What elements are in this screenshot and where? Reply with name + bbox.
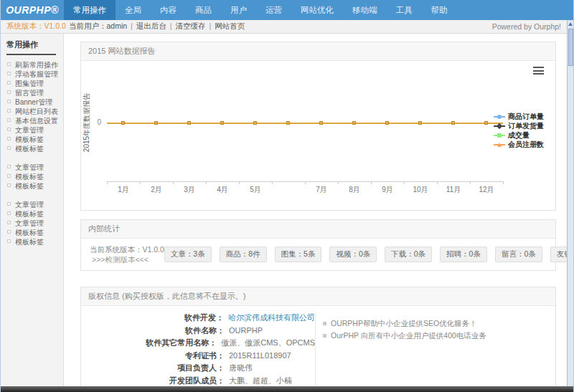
legend-item[interactable]: 会员注册数 (494, 140, 544, 149)
series-line (107, 123, 503, 124)
sidebar-item[interactable]: 文章管理 (1, 219, 63, 228)
info-value-link[interactable]: 哈尔滨伟成科技有限公司 (224, 312, 315, 324)
user-bar-link[interactable]: 网站首页 (215, 21, 245, 30)
sidebar-item-label: 网站栏目列表 (15, 107, 58, 115)
hamburger-icon[interactable] (533, 67, 544, 75)
x-axis-label: 5月 (241, 185, 270, 195)
legend-item[interactable]: 成交量 (494, 131, 544, 140)
note-bullet-icon (323, 322, 326, 325)
stats-panel: 内部统计 当前系统版本：V1.0.0 >>>检测版本<<< 文章：3条商品：8件… (80, 219, 556, 271)
sidebar-item[interactable]: 留言管理 (1, 88, 63, 97)
scroll-up-arrow-icon[interactable] (568, 22, 573, 26)
top-nav-item[interactable]: 运营 (256, 0, 291, 20)
sidebar-item[interactable]: 模板标签 (1, 135, 63, 144)
user-info: 当前用户：admin|退出后台|清空缓存|网站首页 (64, 21, 492, 32)
data-point-marker (286, 121, 290, 125)
copyright-panel: 版权信息 (购买授权版，此信息将不在显示。) 软件开发：哈尔滨伟成科技有限公司软… (80, 287, 556, 386)
stat-badge[interactable]: 商品：8件 (220, 247, 267, 262)
stat-badge[interactable]: 图集：5条 (275, 247, 322, 262)
sidebar-item[interactable]: Banner管理 (1, 97, 63, 107)
bullet-icon (7, 90, 11, 94)
top-nav-item[interactable]: 帮助 (422, 0, 457, 20)
copyright-title: 版权信息 (购买授权版，此信息将不在显示。) (88, 292, 245, 300)
sidebar-item[interactable]: 文章管理 (1, 125, 63, 135)
stats-body: 当前系统版本：V1.0.0 >>>检测版本<<< 文章：3条商品：8件图集：5条… (81, 239, 555, 270)
bottom-bar (1, 386, 573, 392)
user-bar: 系统版本：V1.0.0 当前用户：admin|退出后台|清空缓存|网站首页 Po… (1, 20, 567, 34)
sidebar-item-label: 模板标签 (15, 135, 44, 143)
x-axis-label: 2月 (142, 185, 171, 195)
x-axis-tick (272, 181, 273, 184)
x-axis-tick (371, 181, 372, 184)
sidebar-item-label: 模板标签 (15, 210, 44, 218)
brand-logo: OURPHP® (1, 0, 64, 20)
chart-panel-header: 2015 网站数据报告 (81, 42, 555, 61)
scrollbar[interactable] (567, 20, 573, 386)
x-axis-tick (338, 181, 339, 184)
top-nav-item[interactable]: 用户 (221, 0, 256, 20)
sidebar-item[interactable]: 模板标签 (1, 172, 63, 181)
x-axis-tick (305, 181, 306, 184)
scrollbar-thumb[interactable] (568, 29, 573, 66)
sidebar-item[interactable]: 浮动客服管理 (1, 70, 63, 79)
stat-badge[interactable]: 视频：0条 (329, 247, 377, 262)
sidebar-item-label: 留言管理 (15, 89, 44, 97)
user-bar-link[interactable]: 清空缓存 (176, 21, 206, 30)
sidebar-item[interactable]: 图集管理 (1, 79, 63, 88)
legend-item[interactable]: 订单发货量 (494, 122, 544, 130)
sidebar-item-label: 文章管理 (15, 126, 44, 134)
main-content: 2015 网站数据报告 2015年度数据报告 0 1月2月3月4月5月7月8月9… (64, 34, 567, 386)
sidebar-item[interactable]: 模板标签 (1, 209, 63, 219)
x-axis-tick (503, 181, 504, 184)
copyright-body: 软件开发：哈尔滨伟成科技有限公司软件名称：OURPHP软件其它常用名称：傲派、傲… (81, 306, 555, 386)
stats-panel-header: 内部统计 (81, 220, 555, 239)
data-point-marker (187, 121, 191, 125)
bullet-icon (7, 230, 11, 234)
chart-legend: 商品订单量订单发货量成交量会员注册数 (494, 113, 544, 150)
info-label: 开发团队成员： (81, 376, 225, 387)
sidebar-menu: 刷新常用操作浮动客服管理图集管理留言管理Banner管理网站栏目列表基本信息设置… (1, 60, 63, 247)
stat-badge[interactable]: 文章：3条 (164, 247, 212, 262)
top-nav-item[interactable]: 内容 (151, 0, 186, 20)
chart-area: 2015年度数据报告 0 1月2月3月4月5月7月8月9月10月11月12月 商… (81, 61, 555, 210)
stat-badge[interactable]: 招聘：0条 (440, 247, 487, 262)
bullet-icon (7, 72, 11, 75)
check-version-link[interactable]: >>>检测版本<<< (90, 254, 164, 264)
user-links: |退出后台|清空缓存|网站首页 (127, 21, 245, 30)
sidebar-item[interactable]: 基本信息设置 (1, 116, 63, 125)
top-nav-item[interactable]: 商品 (186, 0, 221, 20)
copyright-panel-header: 版权信息 (购买授权版，此信息将不在显示。) (81, 287, 555, 306)
info-label: 专利证书： (81, 350, 225, 362)
sidebar-item[interactable]: 模板标签 (1, 144, 63, 153)
top-nav-item[interactable]: 全局 (116, 0, 151, 20)
promo-notes: OURPHP帮助中小企业提供SEO优化服务！OurPHP 向所有中小企业用户提供… (316, 312, 555, 386)
separator: | (210, 21, 212, 30)
top-nav-item[interactable]: 移动端 (343, 0, 387, 20)
top-nav-item[interactable]: 网站优化 (291, 0, 343, 20)
bullet-icon (7, 109, 11, 113)
sidebar-item[interactable]: 刷新常用操作 (1, 60, 63, 70)
data-point-marker (385, 121, 389, 125)
chart-panel: 2015 网站数据报告 2015年度数据报告 0 1月2月3月4月5月7月8月9… (80, 42, 556, 211)
x-axis-label: 3月 (175, 185, 204, 195)
sidebar-item[interactable]: 模板标签 (1, 237, 63, 247)
sidebar-item[interactable]: 文章管理 (1, 200, 63, 209)
stat-badge[interactable]: 下载：0条 (385, 247, 432, 262)
data-point-marker (418, 121, 422, 125)
sidebar-item[interactable]: 网站栏目列表 (1, 107, 63, 116)
info-row: 专利证书：2015R11L018907 (81, 350, 315, 363)
stat-badge[interactable]: 留言：0条 (495, 247, 542, 262)
sidebar-item[interactable]: 文章管理 (1, 163, 63, 172)
x-axis-label: 11月 (439, 185, 468, 195)
top-nav-item[interactable]: 常用操作 (64, 0, 116, 20)
data-point-marker (154, 121, 158, 125)
top-nav-item[interactable]: 工具 (387, 0, 422, 20)
content-area: 常用操作 刷新常用操作浮动客服管理图集管理留言管理Banner管理网站栏目列表基… (1, 34, 567, 386)
user-bar-link[interactable]: 退出后台 (136, 21, 166, 30)
info-row: 项目负责人：唐晓伟 (81, 362, 315, 375)
stat-badge[interactable]: 友链：1条 (550, 247, 567, 262)
sidebar-item[interactable]: 模板标签 (1, 228, 63, 237)
legend-item[interactable]: 商品订单量 (494, 113, 544, 121)
data-point-marker (352, 121, 356, 125)
sidebar-item[interactable]: 模板标签 (1, 181, 63, 191)
